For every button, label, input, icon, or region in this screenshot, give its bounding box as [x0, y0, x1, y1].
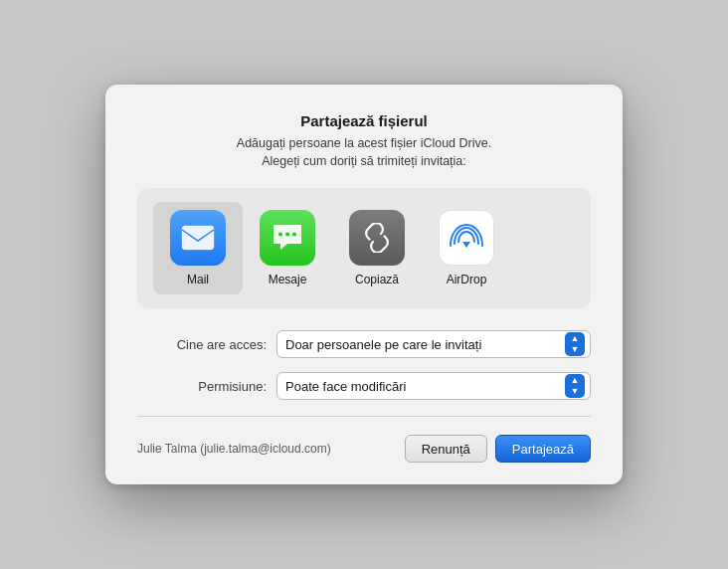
- user-info: Julie Talma (julie.talma@icloud.com): [137, 442, 331, 456]
- copy-label: Copiază: [355, 273, 399, 286]
- permission-select-wrapper: Poate face modificări Poate vizualiza ▲ …: [276, 372, 591, 400]
- mail-label: Mail: [187, 273, 209, 286]
- permission-label: Permisiune:: [137, 379, 267, 394]
- svg-rect-0: [182, 226, 214, 250]
- footer-divider: [137, 416, 591, 417]
- access-label: Cine are acces:: [137, 337, 267, 352]
- access-select-wrapper: Doar persoanele pe care le invitați Oric…: [276, 330, 591, 358]
- access-field-row: Cine are acces: Doar persoanele pe care …: [137, 330, 591, 358]
- cancel-button[interactable]: Renunță: [405, 435, 487, 463]
- dialog-footer: Julie Talma (julie.talma@icloud.com) Ren…: [137, 435, 591, 463]
- airdrop-label: AirDrop: [447, 273, 487, 286]
- mail-icon: [170, 210, 226, 266]
- permission-field-row: Permisiune: Poate face modificări Poate …: [137, 372, 591, 400]
- footer-buttons: Renunță Partajează: [405, 435, 591, 463]
- svg-point-2: [278, 233, 282, 237]
- copy-icon: [349, 210, 405, 266]
- share-option-airdrop[interactable]: AirDrop: [422, 202, 511, 294]
- messages-label: Mesaje: [269, 273, 307, 286]
- airdrop-icon: [439, 210, 494, 266]
- share-option-messages[interactable]: Mesaje: [243, 202, 332, 294]
- svg-point-3: [285, 233, 289, 237]
- share-button[interactable]: Partajează: [495, 435, 591, 463]
- share-options-container: Mail Mesaje Copiază: [137, 188, 591, 308]
- dialog-title: Partajează fișierul: [137, 112, 591, 129]
- messages-icon: [260, 210, 315, 266]
- dialog-subtitle: Adăugați persoane la acest fișier iCloud…: [137, 135, 591, 170]
- share-option-mail[interactable]: Mail: [153, 202, 243, 294]
- svg-point-4: [292, 233, 296, 237]
- share-option-copy[interactable]: Copiază: [332, 202, 422, 294]
- share-dialog: Partajează fișierul Adăugați persoane la…: [105, 85, 623, 484]
- permission-select[interactable]: Poate face modificări Poate vizualiza: [276, 372, 591, 400]
- access-select[interactable]: Doar persoanele pe care le invitați Oric…: [276, 330, 591, 358]
